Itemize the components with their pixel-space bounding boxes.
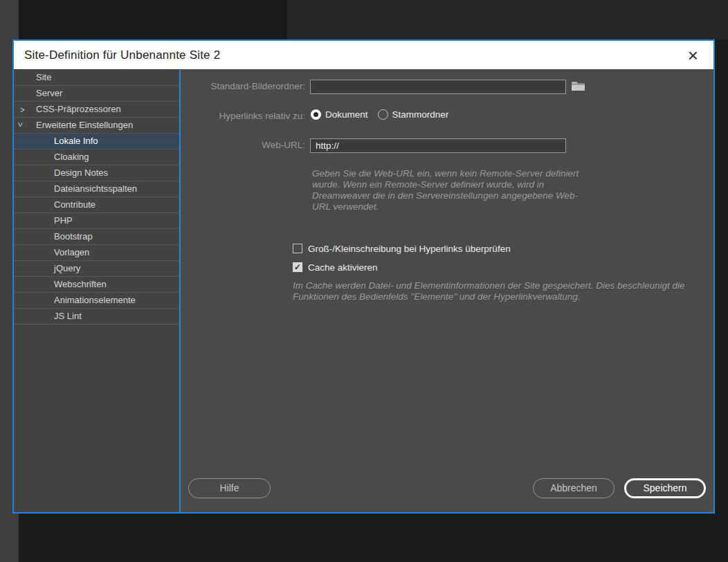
sidebar-item-label: Site (36, 72, 51, 82)
chevron-down-icon[interactable]: > (12, 123, 30, 127)
dialog-title: Site-Definition für Unbenannte Site 2 (24, 48, 220, 62)
sidebar-item-contribute[interactable]: Contribute (14, 197, 179, 213)
radio-unselected-icon[interactable] (378, 109, 388, 120)
help-button[interactable]: Hilfe (188, 478, 271, 498)
settings-panel: Standard-Bilderordner: Hyperlinks relati… (181, 69, 713, 512)
folder-icon[interactable] (571, 80, 586, 92)
sidebar-item-label: JS Lint (54, 311, 82, 321)
dialog-body: SiteServer>CSS-Präprozessoren>Erweiterte… (14, 69, 713, 512)
sidebar-item-php[interactable]: PHP (14, 213, 179, 229)
checkbox-label: Cache aktivieren (308, 262, 378, 273)
web-url-input[interactable] (310, 138, 566, 153)
save-button[interactable]: Speichern (624, 478, 706, 498)
radio-option-label: Dokument (325, 109, 368, 120)
sidebar-item-label: Lokale Info (54, 136, 98, 146)
cancel-button[interactable]: Abbrechen (533, 478, 615, 498)
sidebar-item-server[interactable]: Server (14, 86, 179, 102)
close-icon[interactable]: × (685, 48, 701, 62)
checkbox-unchecked-icon[interactable] (293, 244, 302, 253)
cache-help-text: Im Cache werden Datei- und Elementinform… (293, 280, 711, 302)
sidebar-item-label: Bootstrap (54, 231, 93, 242)
radio-option-stammordner[interactable]: Stammordner (378, 109, 449, 120)
sidebar-item-js-lint[interactable]: JS Lint (14, 309, 179, 325)
sidebar-item-label: Dateiansichtsspalten (54, 183, 137, 194)
sidebar-item-webschriften[interactable]: Webschriften (14, 277, 179, 293)
sidebar-item-label: Animationselemente (54, 295, 136, 305)
sidebar-item-label: CSS-Präprozessoren (36, 104, 121, 114)
sidebar-item-css-präprozessoren[interactable]: >CSS-Präprozessoren (14, 102, 179, 118)
radio-option-label: Stammordner (392, 109, 449, 120)
sidebar-item-label: Erweiterte Einstellungen (36, 120, 133, 130)
chevron-right-icon[interactable]: > (20, 100, 24, 118)
site-definition-dialog: Site-Definition für Unbenannte Site 2 × … (12, 39, 715, 514)
sidebar-item-vorlagen[interactable]: Vorlagen (14, 245, 179, 261)
default-images-folder-input[interactable] (310, 80, 566, 94)
checkbox-group: Groß-/Kleinschreibung bei Hyperlinks übe… (293, 242, 511, 280)
web-url-help-text: Geben Sie die Web-URL ein, wenn kein Rem… (312, 168, 583, 212)
sidebar-item-label: Vorlagen (54, 247, 89, 257)
sidebar-item-animationselemente[interactable]: Animationselemente (14, 293, 179, 309)
default-images-folder-label: Standard-Bilderordner: (181, 81, 305, 91)
dialog-titlebar: Site-Definition für Unbenannte Site 2 × (14, 41, 713, 69)
checkbox-row-groß-kleinschreibung-bei-hyperlinks-überprüfen[interactable]: Groß-/Kleinschreibung bei Hyperlinks übe… (293, 242, 511, 255)
background-top-dark (19, 0, 287, 39)
background-top-right (287, 0, 728, 39)
radio-selected-icon[interactable] (311, 109, 321, 120)
web-url-label: Web-URL: (181, 140, 305, 150)
sidebar-item-erweiterte-einstellungen[interactable]: >Erweiterte Einstellungen (14, 118, 179, 134)
radio-option-dokument[interactable]: Dokument (311, 109, 368, 120)
sidebar-item-label: jQuery (54, 263, 80, 273)
sidebar-item-label: PHP (54, 215, 73, 226)
sidebar-item-label: Server (36, 88, 62, 98)
sidebar-item-label: Cloaking (54, 152, 89, 162)
links-relative-label: Hyperlinks relativ zu: (181, 111, 305, 121)
sidebar-item-design-notes[interactable]: Design Notes (14, 165, 179, 181)
sidebar-item-label: Contribute (54, 199, 95, 210)
sidebar-item-label: Design Notes (54, 167, 108, 178)
sidebar-item-bootstrap[interactable]: Bootstrap (14, 229, 179, 245)
sidebar-item-label: Webschriften (54, 279, 107, 289)
sidebar-item-dateiansichtsspalten[interactable]: Dateiansichtsspalten (14, 181, 179, 197)
checkbox-label: Groß-/Kleinschreibung bei Hyperlinks übe… (308, 244, 511, 254)
sidebar-item-jquery[interactable]: jQuery (14, 261, 179, 277)
sidebar-list: SiteServer>CSS-Präprozessoren>Erweiterte… (14, 69, 181, 512)
sidebar-item-cloaking[interactable]: Cloaking (14, 149, 179, 165)
checkbox-checked-icon[interactable]: ✓ (293, 262, 302, 272)
sidebar-item-site[interactable]: Site (14, 70, 179, 86)
links-relative-radio-group: DokumentStammordner (311, 109, 448, 120)
sidebar-item-lokale-info[interactable]: Lokale Info (14, 134, 179, 149)
checkbox-row-cache-aktivieren[interactable]: ✓Cache aktivieren (293, 261, 511, 273)
